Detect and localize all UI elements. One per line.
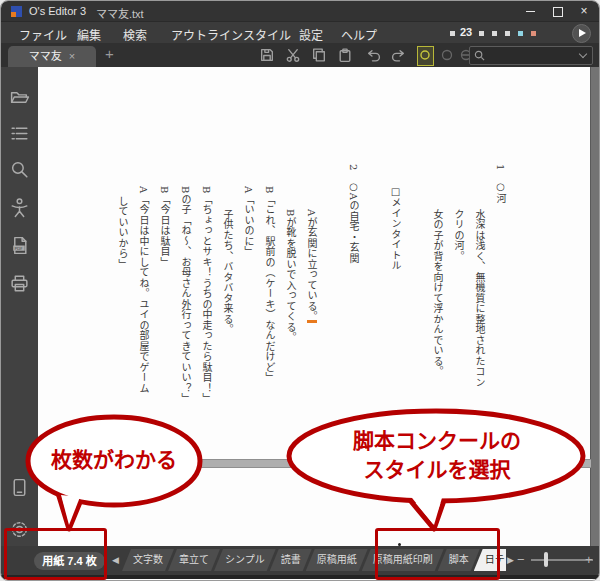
open-folder-icon[interactable] [9, 87, 30, 108]
menu-style[interactable]: スタイル [243, 26, 291, 43]
marker-icon[interactable] [440, 48, 456, 64]
marker-active-icon[interactable] [417, 46, 434, 66]
quick-action-button[interactable] [572, 24, 591, 43]
save-icon[interactable] [259, 47, 275, 63]
callout-text: 脚本コンクールの スタイルを選択 [297, 426, 577, 484]
style-tab-manuscript[interactable]: 原稿用紙 [306, 549, 368, 571]
search-icon [474, 50, 485, 61]
cut-icon[interactable] [285, 47, 301, 63]
menu-edit[interactable]: 編集 [77, 26, 101, 43]
svg-text:PDF: PDF [14, 246, 23, 251]
menu-outline[interactable]: アウトライン [171, 26, 243, 43]
paste-icon[interactable] [337, 47, 353, 63]
maximize-icon [553, 7, 563, 17]
page-indicator-salmon-icon [531, 31, 536, 36]
redo-icon[interactable] [391, 47, 407, 63]
new-tab-button[interactable]: + [105, 45, 114, 62]
style-tab-charcount[interactable]: 文字数 [122, 549, 174, 571]
style-tab-chapters[interactable]: 章立て [168, 549, 220, 571]
play-icon [579, 29, 586, 37]
app-logo-icon [11, 6, 22, 17]
accessibility-icon[interactable] [9, 197, 30, 218]
window-file-title: ママ友.txt [96, 5, 144, 21]
zoom-out-button[interactable]: − [517, 552, 525, 567]
zoom-in-button[interactable]: + [585, 552, 593, 567]
page-indicator-icon [479, 31, 484, 36]
tabs-scroll-left-icon[interactable]: ◀ [112, 555, 119, 565]
text-cursor [307, 320, 317, 323]
chevron-down-icon[interactable] [579, 50, 587, 58]
pointer-dot [398, 543, 401, 546]
maximize-button[interactable] [545, 1, 571, 21]
menu-search[interactable]: 検索 [123, 26, 147, 43]
document-tab-label: ママ友 [29, 50, 62, 62]
menu-file[interactable]: ファイル [19, 26, 67, 43]
undo-icon[interactable] [365, 47, 381, 63]
page-indicator-icon [505, 31, 510, 36]
menu-help[interactable]: ヘルプ [341, 26, 377, 43]
callout-style-select: 脚本コンクールの スタイルを選択 [286, 407, 588, 533]
callout-paper-count: 枚数がわかる [23, 413, 205, 535]
menu-bar: ファイル 編集 検索 アウトライン スタイル 設定 ヘルプ 23 [1, 21, 599, 44]
search-icon[interactable] [9, 159, 30, 180]
app-window: O's Editor 3 ママ友.txt × ファイル 編集 検索 アウトライン… [0, 0, 600, 581]
zoom-slider-track[interactable] [531, 559, 593, 561]
title-bar: O's Editor 3 ママ友.txt × [1, 1, 599, 21]
close-button[interactable]: × [571, 1, 597, 21]
callout-text-line1: 脚本コンクールの [297, 426, 577, 455]
minimize-icon [526, 11, 535, 12]
app-title: O's Editor 3 [29, 5, 86, 17]
copy-icon[interactable] [311, 47, 327, 63]
menu-settings[interactable]: 設定 [299, 26, 323, 43]
page-indicator-count: 23 [460, 26, 472, 38]
zoom-slider-handle[interactable] [544, 552, 548, 567]
callout-text: 枚数がわかる [26, 445, 202, 474]
page-indicator-icon [450, 31, 455, 36]
highlight-rect-style-tab [375, 528, 500, 580]
dialogue-line: B「これ、駅前の（ケーキ）なんだけど」 [259, 164, 280, 464]
search-input[interactable] [469, 46, 593, 65]
page-indicator-cyan-icon [518, 31, 523, 36]
tabs-scroll-right-icon[interactable]: ▶ [507, 555, 514, 565]
page-indicator-icon [492, 31, 497, 36]
callout-text-line2: スタイルを選択 [297, 455, 577, 484]
scrollbar[interactable] [590, 67, 599, 546]
script-line: 子供たち、バタバタ来る。 [217, 164, 238, 464]
highlight-rect-paper-count [4, 528, 107, 580]
document-tab[interactable]: ママ友× [8, 46, 96, 67]
print-icon[interactable] [9, 273, 30, 294]
minimize-button[interactable] [517, 1, 543, 21]
style-tab-simple[interactable]: シンプル [214, 549, 276, 571]
pdf-export-icon[interactable]: PDF [9, 235, 30, 256]
outline-icon[interactable] [9, 123, 30, 144]
dialogue-line: A「いいのに」 [238, 164, 259, 464]
tab-close-icon[interactable]: × [69, 50, 75, 62]
document-tab-bar: ママ友× + [1, 43, 599, 67]
style-tab-reading[interactable]: 読書 [270, 549, 312, 571]
